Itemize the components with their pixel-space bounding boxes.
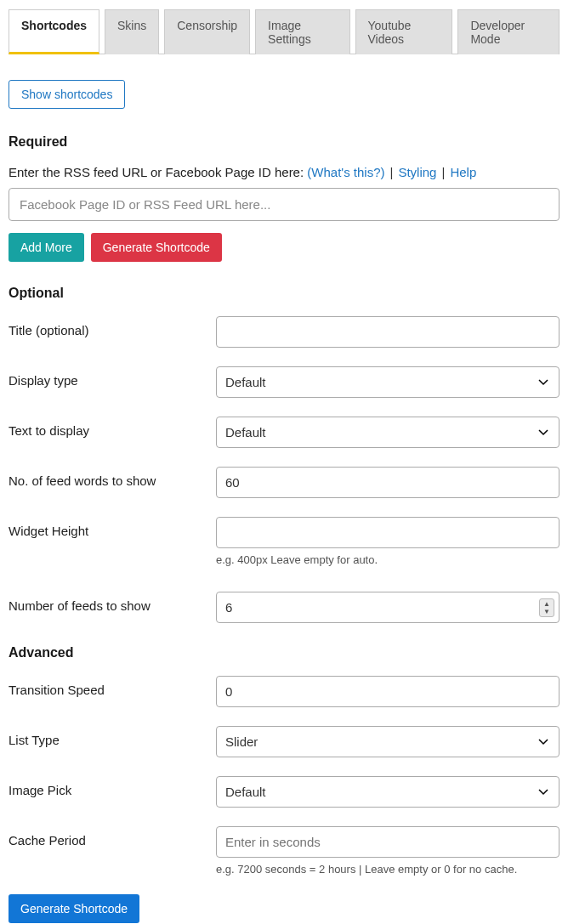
image-pick-select[interactable]: Default bbox=[216, 776, 559, 808]
generate-shortcode-button[interactable]: Generate Shortcode bbox=[91, 233, 222, 262]
styling-link[interactable]: Styling bbox=[398, 165, 436, 179]
add-more-button[interactable]: Add More bbox=[9, 233, 84, 262]
widget-height-hint: e.g. 400px Leave empty for auto. bbox=[216, 553, 559, 566]
text-display-label: Text to display bbox=[9, 417, 216, 438]
list-type-select[interactable]: Slider bbox=[216, 726, 559, 757]
number-spinner-icon[interactable]: ▲▼ bbox=[539, 598, 554, 617]
tab-censorship[interactable]: Censorship bbox=[164, 9, 250, 54]
tab-image-settings[interactable]: Image Settings bbox=[255, 9, 349, 54]
widget-height-label: Widget Height bbox=[9, 517, 216, 538]
transition-input[interactable] bbox=[216, 676, 559, 707]
title-input[interactable] bbox=[216, 316, 559, 348]
cache-input[interactable] bbox=[216, 826, 559, 858]
list-type-label: List Type bbox=[9, 726, 216, 747]
display-type-label: Display type bbox=[9, 366, 216, 388]
generate-shortcode-bottom-button[interactable]: Generate Shortcode bbox=[9, 894, 139, 923]
advanced-heading: Advanced bbox=[9, 645, 559, 660]
intro-text: Enter the RSS feed URL or Facebook Page … bbox=[9, 165, 307, 179]
cache-hint: e.g. 7200 seconds = 2 hours | Leave empt… bbox=[216, 863, 559, 876]
num-feeds-input[interactable] bbox=[216, 592, 559, 623]
text-display-select[interactable]: Default bbox=[216, 417, 559, 448]
transition-label: Transition Speed bbox=[9, 676, 216, 697]
cache-label: Cache Period bbox=[9, 826, 216, 847]
separator: | bbox=[390, 165, 394, 179]
intro-line: Enter the RSS feed URL or Facebook Page … bbox=[9, 165, 559, 179]
num-feeds-label: Number of feeds to show bbox=[9, 592, 216, 613]
widget-height-input[interactable] bbox=[216, 517, 559, 548]
feed-words-label: No. of feed words to show bbox=[9, 467, 216, 488]
title-label: Title (optional) bbox=[9, 316, 216, 337]
tab-skins[interactable]: Skins bbox=[105, 9, 159, 54]
separator: | bbox=[441, 165, 445, 179]
whats-this-link[interactable]: (What's this?) bbox=[307, 165, 384, 179]
feed-url-input[interactable] bbox=[9, 188, 559, 221]
tab-youtube-videos[interactable]: Youtube Videos bbox=[355, 9, 453, 54]
feed-words-input[interactable] bbox=[216, 467, 559, 498]
tab-bar: Shortcodes Skins Censorship Image Settin… bbox=[9, 9, 559, 54]
tab-shortcodes[interactable]: Shortcodes bbox=[9, 9, 99, 54]
optional-heading: Optional bbox=[9, 286, 559, 301]
tab-developer-mode[interactable]: Developer Mode bbox=[457, 9, 559, 54]
display-type-select[interactable]: Default bbox=[216, 366, 559, 398]
help-link[interactable]: Help bbox=[450, 165, 476, 179]
required-heading: Required bbox=[9, 134, 559, 150]
show-shortcodes-button[interactable]: Show shortcodes bbox=[9, 80, 125, 109]
button-row: Add More Generate Shortcode bbox=[9, 233, 559, 262]
image-pick-label: Image Pick bbox=[9, 776, 216, 797]
